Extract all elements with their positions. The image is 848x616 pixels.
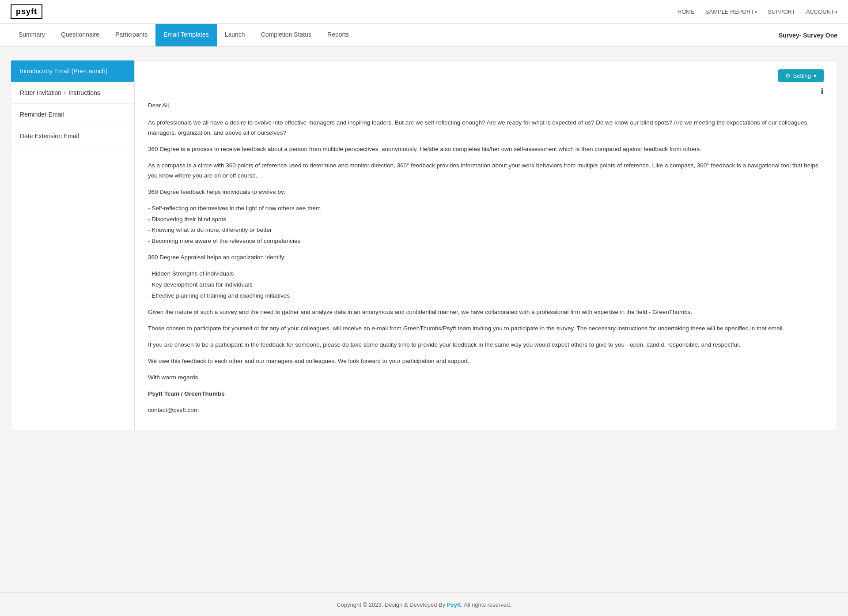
org-bullets: - Hidden Strengths of individuals - Key … bbox=[148, 269, 824, 301]
tab-participants[interactable]: Participants bbox=[107, 24, 155, 46]
email-para-4: 360 Degree feedback helps individuals to… bbox=[148, 187, 824, 197]
nav-account[interactable]: ACCOUNT▾ bbox=[806, 8, 837, 15]
sidebar-item-rater-invitation[interactable]: Rater Invitation + Instructions bbox=[11, 82, 134, 104]
chevron-down-icon: ▾ bbox=[755, 10, 757, 15]
tab-launch[interactable]: Launch bbox=[217, 24, 253, 46]
survey-title: Survey- Survey One bbox=[779, 32, 837, 39]
main-content: Introductory Email (Pre-Launch) Rater In… bbox=[0, 47, 848, 592]
email-para-5: 360 Degree Appraisal helps an organizati… bbox=[148, 253, 824, 263]
setting-button[interactable]: ⚙ Setting ▾ bbox=[778, 69, 824, 82]
bullet-item: - Hidden Strengths of individuals bbox=[148, 269, 824, 279]
tab-questionnaire[interactable]: Questionnaire bbox=[53, 24, 107, 46]
chevron-down-icon: ▾ bbox=[814, 72, 817, 79]
email-para-1: As professionals we all have a desire to… bbox=[148, 118, 824, 138]
bullet-item: - Effective planning of training and coa… bbox=[148, 291, 824, 301]
email-para-7: Those chosen to participate for yourself… bbox=[148, 324, 824, 334]
tab-completion-status[interactable]: Completion Status bbox=[253, 24, 319, 46]
tab-email-templates[interactable]: Email Templates bbox=[155, 24, 216, 46]
footer-text-before: Copyright © 2023. Design & Developed By bbox=[337, 601, 447, 608]
email-closing: With warm regards, bbox=[148, 373, 824, 383]
email-signature: With warm regards, Psyft Team / GreenThu… bbox=[148, 373, 824, 416]
nav-support[interactable]: SUPPORT bbox=[768, 8, 795, 15]
bullet-item: - Self-reflecting on themselves in the l… bbox=[148, 204, 824, 214]
email-para-2: 360 Degree is a process to receive feedb… bbox=[148, 144, 824, 155]
footer-text-after: . All rights reserved. bbox=[461, 601, 511, 608]
setting-btn-row: ⚙ Setting ▾ bbox=[148, 69, 824, 82]
email-greeting: Dear All, bbox=[148, 101, 824, 111]
footer-brand-link[interactable]: Psyft bbox=[447, 601, 461, 608]
navbar-links: HOME SAMPLE REPORT▾ SUPPORT ACCOUNT▾ bbox=[678, 8, 837, 15]
footer: Copyright © 2023. Design & Developed By … bbox=[0, 592, 848, 616]
content-card: Introductory Email (Pre-Launch) Rater In… bbox=[11, 60, 837, 431]
email-sidebar: Introductory Email (Pre-Launch) Rater In… bbox=[11, 60, 135, 431]
subnav-tabs: Summary Questionnaire Participants Email… bbox=[11, 24, 357, 46]
bullet-item: - Key development areas for individuals bbox=[148, 280, 824, 290]
email-sig-email: contact@psyft.com bbox=[148, 405, 824, 416]
chevron-down-icon: ▾ bbox=[835, 10, 837, 15]
sidebar-item-intro-email[interactable]: Introductory Email (Pre-Launch) bbox=[11, 60, 134, 82]
bullet-item: - Becoming more aware of the relevance o… bbox=[148, 236, 824, 246]
email-sig-name: Psyft Team / GreenThumbs bbox=[148, 389, 824, 399]
sidebar-item-reminder-email[interactable]: Reminder Email bbox=[11, 104, 134, 125]
top-navbar: psyft HOME SAMPLE REPORT▾ SUPPORT ACCOUN… bbox=[0, 0, 848, 24]
nav-home[interactable]: HOME bbox=[678, 8, 695, 15]
tab-summary[interactable]: Summary bbox=[11, 24, 53, 46]
email-para-8: If you are chosen to be a participant in… bbox=[148, 340, 824, 350]
individual-bullets: - Self-reflecting on themselves in the l… bbox=[148, 204, 824, 247]
subnav-bar: Summary Questionnaire Participants Email… bbox=[0, 24, 848, 47]
brand-logo[interactable]: psyft bbox=[11, 4, 42, 19]
sidebar-item-date-extension[interactable]: Date Extension Email bbox=[11, 125, 134, 147]
tab-reports[interactable]: Reports bbox=[319, 24, 357, 46]
bullet-item: - Discovering their blind spots bbox=[148, 215, 824, 225]
info-icon: ℹ bbox=[821, 87, 824, 96]
email-body: Dear All, As professionals we all have a… bbox=[148, 101, 824, 416]
email-para-3: As a compass is a circle with 360 points… bbox=[148, 161, 824, 181]
nav-sample-report[interactable]: SAMPLE REPORT▾ bbox=[705, 8, 757, 15]
gear-icon: ⚙ bbox=[785, 72, 791, 79]
email-content-area: ⚙ Setting ▾ ℹ Dear All, As professionals… bbox=[135, 60, 837, 431]
email-para-9: We owe this feedback to each other and o… bbox=[148, 356, 824, 367]
email-para-6: Given the nature of such a survey and th… bbox=[148, 307, 824, 317]
bullet-item: - Knowing what to do more, differently o… bbox=[148, 225, 824, 235]
info-icon-row: ℹ bbox=[148, 87, 824, 96]
